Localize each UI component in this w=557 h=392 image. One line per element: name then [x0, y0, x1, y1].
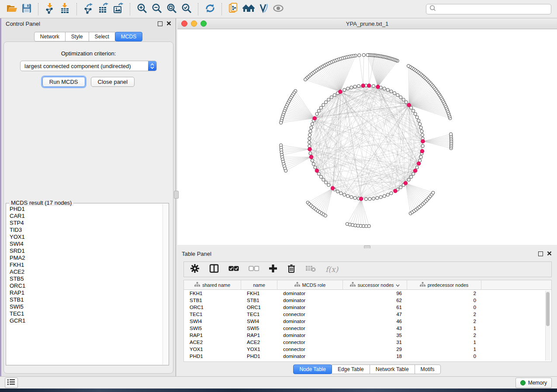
- create-column-button[interactable]: [269, 264, 277, 275]
- table-settings-button[interactable]: [190, 264, 200, 275]
- vertical-splitter-handle[interactable]: [174, 191, 179, 199]
- tab-edge-table[interactable]: Edge Table: [332, 364, 370, 374]
- zoom-fit-button[interactable]: [164, 2, 179, 17]
- cell-predecessor-nodes: 1: [407, 340, 481, 345]
- mcds-result-node[interactable]: SRD1: [7, 248, 163, 254]
- open-file-button[interactable]: [4, 2, 19, 17]
- horizontal-splitter[interactable]: [177, 245, 557, 248]
- table-body: FKH1FKH1dominator962STB1STB1dominator620…: [184, 290, 551, 360]
- mcds-result-node[interactable]: TID3: [7, 227, 163, 234]
- export-table-button[interactable]: [96, 2, 111, 17]
- mcds-result-node[interactable]: SWI4: [7, 241, 163, 248]
- show-columns-button[interactable]: [209, 264, 219, 275]
- function-builder-button[interactable]: f(x): [325, 265, 338, 274]
- sort-chevron-icon[interactable]: [396, 282, 400, 288]
- mcds-result-node[interactable]: ORC1: [7, 282, 163, 289]
- export-network-button[interactable]: [81, 2, 96, 17]
- mcds-result-node[interactable]: YOX1: [7, 234, 163, 241]
- criterion-dropdown[interactable]: largest connected component (undirected): [20, 61, 157, 71]
- mcds-result-node[interactable]: ACE2: [7, 268, 163, 275]
- show-graphics-details-button[interactable]: [241, 2, 256, 17]
- tab-mcds[interactable]: MCDS: [115, 32, 142, 41]
- eye-icon: [272, 3, 284, 15]
- table-row[interactable]: SWI5SWI5connector431: [184, 325, 551, 332]
- export-image-button[interactable]: [111, 2, 126, 17]
- zoom-selected-button[interactable]: [179, 2, 194, 17]
- save-floppy-icon: [21, 3, 32, 15]
- mcds-result-node[interactable]: PHD1: [7, 206, 163, 213]
- cell-MCDS-role: dominator: [277, 305, 343, 310]
- close-panel-icon[interactable]: [547, 251, 552, 257]
- column-header-name[interactable]: name: [241, 280, 277, 289]
- table-row[interactable]: ACE2ACE2connector311: [184, 339, 551, 346]
- import-network-button[interactable]: [43, 2, 58, 17]
- column-header-predecessor-nodes[interactable]: predecessor nodes: [407, 280, 481, 289]
- tab-motifs[interactable]: Motifs: [415, 364, 441, 374]
- mcds-result-node[interactable]: FKH1: [7, 261, 163, 268]
- mcds-result-node[interactable]: RAP1: [7, 289, 163, 296]
- import-table-button[interactable]: [58, 2, 73, 17]
- run-mcds-button[interactable]: Run MCDS: [42, 77, 85, 87]
- search-input[interactable]: [437, 5, 551, 14]
- column-header-successor-nodes[interactable]: successor nodes: [343, 280, 407, 289]
- zoom-out-button[interactable]: [149, 2, 164, 17]
- result-list-scrollbar[interactable]: [163, 204, 168, 364]
- search-field[interactable]: [426, 4, 551, 14]
- unselect-all-columns-button[interactable]: [249, 265, 259, 273]
- table-scrollbar[interactable]: [545, 291, 550, 361]
- column-header-label: name: [253, 282, 265, 288]
- hide-graphics-button[interactable]: [271, 2, 286, 17]
- vizmapper-button[interactable]: [256, 2, 271, 17]
- cell-name: RAP1: [241, 333, 277, 338]
- search-icon: [429, 4, 437, 14]
- float-panel-icon[interactable]: [538, 251, 543, 256]
- cell-successor-nodes: 62: [343, 298, 407, 303]
- table-row[interactable]: STB1STB1dominator620: [184, 297, 551, 304]
- mcds-result-node[interactable]: TEC1: [7, 310, 163, 317]
- tab-network[interactable]: Network: [34, 32, 66, 41]
- mcds-panel: Optimization criterion: largest connecte…: [3, 41, 173, 374]
- task-history-button[interactable]: [5, 378, 18, 388]
- close-panel-button[interactable]: Close panel: [91, 77, 135, 87]
- refresh-view-button[interactable]: [203, 2, 218, 17]
- mcds-result-node[interactable]: STB5: [7, 275, 163, 282]
- import-table-icon: [59, 3, 71, 16]
- mcds-result-node[interactable]: CAR1: [7, 213, 163, 220]
- mcds-result-list: PHD1CAR1STP4TID3YOX1SWI4SRD1PMA2FKH1ACE2…: [7, 206, 163, 364]
- criterion-dropdown-value: largest connected component (undirected): [21, 63, 148, 69]
- network-canvas[interactable]: [177, 29, 557, 245]
- zoom-in-button[interactable]: [135, 2, 149, 17]
- save-session-button[interactable]: [19, 2, 34, 17]
- cell-successor-nodes: 61: [343, 305, 407, 310]
- mcds-result-node[interactable]: PMA2: [7, 254, 163, 261]
- cell-shared-name: PHD1: [184, 354, 241, 359]
- select-all-columns-button[interactable]: [228, 265, 239, 273]
- memory-button[interactable]: Memory: [515, 378, 552, 388]
- table-row[interactable]: PHD1PHD1dominator180: [184, 353, 551, 360]
- cell-shared-name: ORC1: [184, 305, 241, 310]
- delete-table-button[interactable]: [305, 265, 316, 274]
- mcds-result-node[interactable]: STB1: [7, 296, 163, 303]
- mcds-result-node[interactable]: STP4: [7, 220, 163, 227]
- table-scrollbar-thumb[interactable]: [546, 292, 550, 326]
- column-type-icon: [194, 282, 200, 288]
- table-row[interactable]: YOX1YOX1connector291: [184, 346, 551, 353]
- close-panel-icon[interactable]: [166, 21, 171, 27]
- mcds-result-node[interactable]: SWI5: [7, 303, 163, 310]
- mcds-result-node[interactable]: GCR1: [7, 317, 163, 324]
- table-row[interactable]: RAP1RAP1dominator352: [184, 332, 551, 339]
- table-row[interactable]: FKH1FKH1dominator962: [184, 290, 551, 297]
- column-header-label: MCDS role: [302, 282, 326, 288]
- float-panel-icon[interactable]: [158, 21, 163, 26]
- tab-select[interactable]: Select: [89, 32, 115, 41]
- tab-network-table[interactable]: Network Table: [370, 364, 415, 374]
- table-row[interactable]: TEC1TEC1connector472: [184, 311, 551, 318]
- delete-column-button[interactable]: [287, 264, 296, 275]
- table-row[interactable]: SWI4SWI4dominator462: [184, 318, 551, 325]
- new-network-from-selection-button[interactable]: [226, 2, 241, 17]
- column-header-shared-name[interactable]: shared name: [184, 280, 241, 289]
- table-row[interactable]: ORC1ORC1dominator610: [184, 304, 551, 311]
- tab-style[interactable]: Style: [65, 32, 89, 41]
- column-header-MCDS-role[interactable]: MCDS role: [277, 280, 343, 289]
- tab-node-table[interactable]: Node Table: [293, 364, 332, 374]
